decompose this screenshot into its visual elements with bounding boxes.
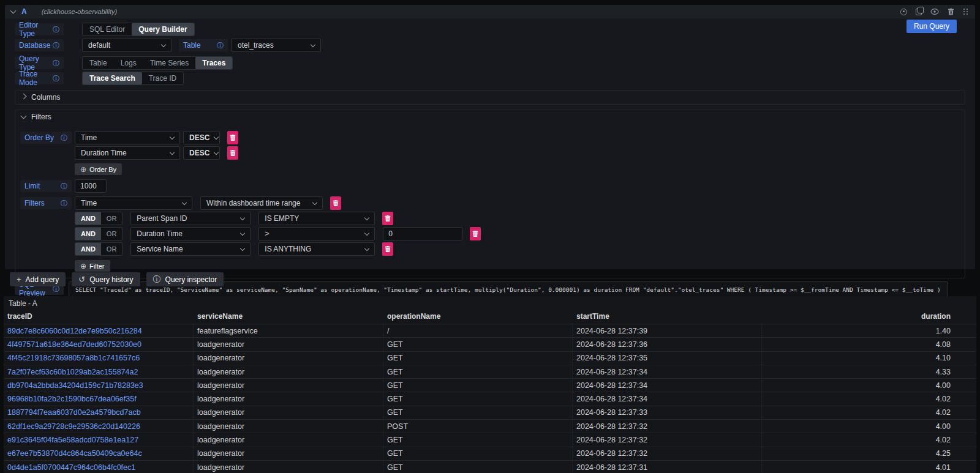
or-option[interactable]: OR xyxy=(101,212,123,225)
chevron-down-icon xyxy=(214,134,219,139)
chevron-down-icon xyxy=(240,215,245,220)
query-inspector-button[interactable]: ⓘ Query inspector xyxy=(146,272,224,286)
record-query-icon[interactable] xyxy=(900,9,907,15)
start-time-cell: 2024-06-28 12:37:34 xyxy=(573,392,762,405)
tab-query-builder[interactable]: Query Builder xyxy=(132,23,194,35)
trace-id-link[interactable]: 96968b10fa2b2c1590bc67dea06ef35f xyxy=(4,392,194,405)
or-option[interactable]: OR xyxy=(101,228,123,240)
trace-id-link[interactable]: db9704a2bbda34204d159c71b78283e3 xyxy=(4,379,194,392)
tab-sql-editor[interactable]: SQL Editor xyxy=(83,23,132,35)
drag-handle-icon[interactable] xyxy=(963,8,969,15)
column-header-duration[interactable]: duration xyxy=(762,310,976,324)
trace-id-link[interactable]: 4f45c21918c73698057a8b1c741657c6 xyxy=(4,352,194,365)
chevron-down-icon xyxy=(182,199,187,204)
filter-field-select[interactable]: Duration Time xyxy=(130,227,251,240)
chevron-down-icon xyxy=(21,113,27,119)
start-time-cell: 2024-06-28 12:37:32 xyxy=(573,433,762,446)
info-icon[interactable]: ⓘ xyxy=(217,41,224,50)
info-icon[interactable]: ⓘ xyxy=(53,74,59,83)
filter-operator-select[interactable]: IS ANYTHING xyxy=(258,242,375,256)
add-query-button[interactable]: + Add query xyxy=(10,272,66,286)
operation-name-cell: GET xyxy=(383,379,573,392)
trace-mode-radiogroup: Trace Search Trace ID xyxy=(82,72,184,85)
trace-id-link[interactable]: 4f497571a618e364ed7ded60752030e0 xyxy=(4,338,194,351)
trace-id-link[interactable]: 89dc7e8c6060c0d12de7e9b50c216284 xyxy=(4,324,194,337)
start-time-cell: 2024-06-28 12:37:35 xyxy=(573,352,762,365)
database-select[interactable]: default xyxy=(82,39,172,52)
add-filter-button[interactable]: ⊕ Filter xyxy=(75,260,110,272)
operation-name-cell: GET xyxy=(383,447,573,460)
tab-traces[interactable]: Traces xyxy=(195,57,232,69)
remove-filter-button[interactable] xyxy=(330,196,341,210)
remove-filter-button[interactable] xyxy=(382,242,393,256)
table-row: 4f497571a618e364ed7ded60752030e0 loadgen… xyxy=(4,337,976,351)
order-by-field-select[interactable]: Time xyxy=(75,131,180,144)
filter-field-select[interactable]: Service Name xyxy=(130,242,251,256)
datasource-name: (clickhouse-observability) xyxy=(42,8,118,15)
tab-table[interactable]: Table xyxy=(83,57,114,69)
service-name-cell: loadgenerator xyxy=(194,365,383,378)
trace-id-link[interactable]: 7a2f07ecf63c60b1029ab2ac155874a2 xyxy=(4,365,194,378)
remove-order-by-button[interactable] xyxy=(227,131,238,144)
operation-name-cell: / xyxy=(383,324,573,337)
start-time-cell: 2024-06-28 12:37:34 xyxy=(573,379,762,392)
remove-query-trash-icon[interactable] xyxy=(948,8,954,15)
duplicate-query-icon[interactable] xyxy=(916,9,922,15)
column-header-operationname[interactable]: operationName xyxy=(383,310,573,324)
query-row-header[interactable]: A (clickhouse-observability) xyxy=(5,5,975,18)
trace-id-link[interactable]: 62df1ec9a29728c9e29536c20d140226 xyxy=(4,420,194,433)
add-order-by-button[interactable]: ⊕ Order By xyxy=(75,163,122,175)
tab-trace-id[interactable]: Trace ID xyxy=(142,72,184,84)
start-time-cell: 2024-06-28 12:37:32 xyxy=(573,447,762,460)
order-by-direction-select[interactable]: DESC xyxy=(183,131,220,144)
table-row: 4f45c21918c73698057a8b1c741657c6 loadgen… xyxy=(4,351,976,365)
info-icon[interactable]: ⓘ xyxy=(53,41,59,50)
filter-field-select[interactable]: Parent Span ID xyxy=(130,212,251,225)
remove-filter-button[interactable] xyxy=(470,227,481,240)
tab-trace-search[interactable]: Trace Search xyxy=(83,72,142,84)
info-icon[interactable]: ⓘ xyxy=(61,133,67,143)
filter-value-input[interactable] xyxy=(383,227,462,240)
trace-id-link[interactable]: 0d4de1a5f0700447c964c06b4fc0fec1 xyxy=(4,461,194,473)
order-by-direction-select[interactable]: DESC xyxy=(183,146,220,160)
filters-section-header[interactable]: Filters xyxy=(15,110,965,124)
info-icon[interactable]: ⓘ xyxy=(53,25,59,34)
column-header-starttime[interactable]: startTime xyxy=(573,310,762,324)
or-option[interactable]: OR xyxy=(101,243,123,255)
trace-id-link[interactable]: 1887794f7eaa6037d0e2a4579bcd7acb xyxy=(4,406,194,419)
tab-logs[interactable]: Logs xyxy=(114,57,143,69)
trace-id-link[interactable]: e91c3645f04fa5e58adcd0758e1ea127 xyxy=(4,433,194,446)
trace-id-link[interactable]: e67ee7b53870d4c864ca50409ca0e64c xyxy=(4,447,194,460)
columns-section: Columns xyxy=(15,90,965,105)
query-history-button[interactable]: ↺ Query history xyxy=(72,272,140,286)
info-icon[interactable]: ⓘ xyxy=(53,59,59,68)
table-row: db9704a2bbda34204d159c71b78283e3 loadgen… xyxy=(4,378,976,392)
service-name-cell: loadgenerator xyxy=(194,420,383,433)
table-header-row: traceID serviceName operationName startT… xyxy=(4,310,976,324)
run-query-button[interactable]: Run Query xyxy=(907,20,957,33)
tab-time-series[interactable]: Time Series xyxy=(143,57,196,69)
chevron-down-icon xyxy=(364,245,369,250)
remove-order-by-button[interactable] xyxy=(227,146,238,160)
filter-operator-select[interactable]: IS EMPTY xyxy=(258,212,375,225)
table-select[interactable]: otel_traces xyxy=(232,39,321,52)
and-option[interactable]: AND xyxy=(75,228,101,240)
columns-section-header[interactable]: Columns xyxy=(15,91,965,104)
plus-circle-icon: ⊕ xyxy=(80,165,86,174)
and-option[interactable]: AND xyxy=(75,243,101,255)
and-option[interactable]: AND xyxy=(75,212,101,225)
collapse-query-chevron-icon[interactable] xyxy=(10,8,17,14)
column-header-traceid[interactable]: traceID xyxy=(4,310,194,324)
info-icon[interactable]: ⓘ xyxy=(61,182,67,191)
hide-response-eye-icon[interactable] xyxy=(930,8,939,15)
limit-input[interactable] xyxy=(75,179,107,193)
order-by-field-select[interactable]: Duration Time xyxy=(75,146,180,160)
remove-filter-button[interactable] xyxy=(382,212,393,225)
time-filter-field-select[interactable]: Time xyxy=(75,196,192,210)
query-type-label: Query Typeⓘ xyxy=(15,57,64,69)
service-name-cell: loadgenerator xyxy=(194,447,383,460)
info-icon[interactable]: ⓘ xyxy=(61,199,67,208)
filter-operator-select[interactable]: > xyxy=(258,227,375,240)
column-header-servicename[interactable]: serviceName xyxy=(194,310,383,324)
time-filter-operator-select[interactable]: Within dashboard time range xyxy=(200,196,323,210)
